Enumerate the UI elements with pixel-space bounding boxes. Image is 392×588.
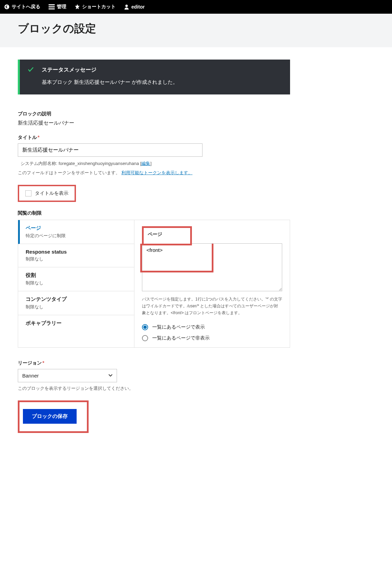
tab-title: Response status: [26, 249, 127, 255]
tab-roles[interactable]: 役割 制限なし: [18, 267, 134, 291]
block-description-field: ブロックの説明 新生活応援セールバナー: [18, 111, 290, 126]
panel-label: ページ: [148, 231, 162, 238]
highlight-box: ページ: [142, 226, 192, 245]
highlight-box: タイトルを表示: [18, 185, 76, 202]
tab-sub: 制限なし: [26, 304, 127, 310]
field-label: リージョン*: [18, 360, 290, 366]
page-header: ブロックの設定: [0, 14, 392, 47]
machine-name-value: foregate_xinshenghuoyingyuanseruhana: [58, 161, 139, 166]
user-link[interactable]: editor: [124, 4, 145, 10]
radio-label: 一覧にあるページで表示: [152, 324, 205, 330]
save-button[interactable]: ブロックの保存: [23, 409, 77, 424]
svg-point-0: [4, 4, 9, 9]
check-icon: [28, 67, 34, 73]
title-field-wrap: タイトル* システム内部名称: foregate_xinshenghuoying…: [18, 135, 290, 177]
negate-radio-group: 一覧にあるページで表示 一覧にあるページで非表示: [142, 324, 282, 341]
label-text: リージョン: [18, 360, 42, 366]
tab-vocabulary[interactable]: ボキャブラリー: [18, 315, 134, 333]
svg-point-1: [126, 5, 128, 7]
machine-prefix: システム内部名称:: [21, 161, 58, 166]
status-message: ステータスメッセージ 基本ブロック 新生活応援セールバナー が作成されました。: [18, 60, 290, 94]
textarea-wrap: <front>: [142, 244, 282, 292]
star-icon: [75, 4, 80, 10]
manage-link[interactable]: 管理: [49, 4, 66, 10]
required-mark: *: [38, 135, 39, 140]
toolbar-label: サイトへ戻る: [12, 4, 40, 10]
display-title-checkbox-wrap[interactable]: タイトルを表示: [25, 190, 68, 196]
field-label: ブロックの説明: [18, 111, 290, 117]
token-help-line: このフィールドはトークンをサポートしています。 利用可能なトークンを表示します。: [18, 169, 290, 177]
edit-machine-name-link[interactable]: 編集: [141, 161, 150, 166]
region-select[interactable]: Banner: [18, 369, 117, 382]
token-link[interactable]: 利用可能なトークンを表示します。: [121, 170, 193, 175]
admin-toolbar: サイトへ戻る 管理 ショートカット editor: [0, 0, 392, 14]
tab-pages[interactable]: ページ 特定のページに制限: [18, 220, 134, 244]
footer-space: [18, 433, 290, 563]
pages-textarea[interactable]: <front>: [142, 243, 282, 291]
field-value: 新生活応援セールバナー: [18, 120, 290, 126]
radio[interactable]: [142, 335, 148, 341]
title-input[interactable]: [18, 143, 202, 157]
visibility-label: 閲覧の制限: [18, 210, 290, 216]
radio-show-on-listed[interactable]: 一覧にあるページで表示: [142, 324, 282, 330]
tab-sub: 制限なし: [26, 280, 127, 286]
radio-hide-on-listed[interactable]: 一覧にあるページで非表示: [142, 335, 282, 341]
tab-content-type[interactable]: コンテンツタイプ 制限なし: [18, 291, 134, 315]
checkbox[interactable]: [25, 190, 31, 196]
select-value: Banner: [22, 373, 39, 379]
content-region: ステータスメッセージ 基本ブロック 新生活応援セールバナー が作成されました。 …: [0, 47, 308, 575]
tab-title: コンテンツタイプ: [26, 296, 127, 303]
display-title-wrap: タイトルを表示: [18, 185, 290, 202]
menu-icon: [49, 4, 55, 10]
region-help: このブロックを表示するリージョンを選択してください。: [18, 385, 290, 392]
label-text: タイトル: [18, 135, 37, 140]
user-icon: [124, 4, 129, 10]
toolbar-label: ショートカット: [82, 4, 116, 10]
message-title: ステータスメッセージ: [42, 66, 280, 74]
region-field-wrap: リージョン* Banner このブロックを表示するリージョンを選択してください。: [18, 360, 290, 392]
toolbar-label: 管理: [57, 4, 66, 10]
visibility-container: ページ 特定のページに制限 Response status 制限なし 役割 制限…: [18, 220, 290, 348]
vertical-tabs: ページ 特定のページに制限 Response status 制限なし 役割 制限…: [18, 220, 134, 347]
highlight-box: ブロックの保存: [18, 400, 89, 433]
page-title: ブロックの設定: [18, 21, 374, 36]
field-label: タイトル*: [18, 135, 290, 141]
shortcuts-link[interactable]: ショートカット: [75, 4, 116, 10]
machine-name-line: システム内部名称: foregate_xinshenghuoyingyuanse…: [21, 160, 290, 167]
toolbar-label: editor: [131, 4, 145, 10]
tab-panel-pages: ページ <front> パスでページを指定します。1行に1つのパスを入力してくだ…: [134, 220, 290, 347]
token-help-text: このフィールドはトークンをサポートしています。: [18, 170, 121, 175]
tab-sub: 特定のページに制限: [26, 233, 127, 239]
back-icon: [4, 4, 10, 10]
tab-title: 役割: [26, 272, 127, 279]
checkbox-label: タイトルを表示: [35, 190, 68, 196]
radio-label: 一覧にあるページで非表示: [152, 335, 210, 341]
tab-title: ページ: [26, 225, 127, 231]
tab-title: ボキャブラリー: [26, 320, 127, 327]
chevron-down-icon: [108, 373, 113, 378]
message-body: 基本ブロック 新生活応援セールバナー が作成されました。: [42, 79, 280, 86]
tab-response-status[interactable]: Response status 制限なし: [18, 244, 134, 267]
radio[interactable]: [142, 324, 148, 330]
required-mark: *: [42, 360, 44, 366]
back-to-site-link[interactable]: サイトへ戻る: [4, 4, 40, 10]
panel-description: パスでページを指定します。1行に1つのパスを入力してください。'*' の文字はワ…: [142, 296, 282, 317]
tab-sub: 制限なし: [26, 256, 127, 262]
